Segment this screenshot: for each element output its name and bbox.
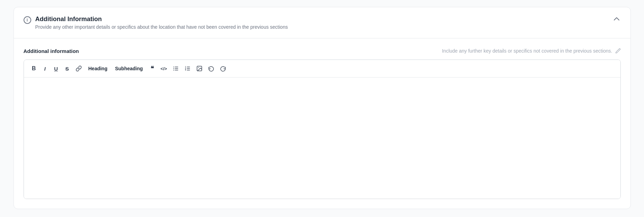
code-icon: </>: [161, 66, 167, 71]
section-subtitle: Provide any other important details or s…: [35, 24, 288, 30]
edit-hint-button[interactable]: [615, 48, 621, 54]
field-row: Additional information Include any furth…: [24, 48, 621, 54]
svg-point-5: [173, 70, 174, 70]
ordered-list-button[interactable]: 1 2 3: [182, 63, 193, 74]
section-header-left: i Additional Information Provide any oth…: [24, 16, 288, 30]
additional-information-card: i Additional Information Provide any oth…: [14, 7, 631, 209]
chevron-up-icon: [614, 17, 619, 20]
editor-body[interactable]: [24, 78, 620, 199]
field-label: Additional information: [24, 48, 79, 54]
section-title-block: Additional Information Provide any other…: [35, 16, 288, 30]
section-header: i Additional Information Provide any oth…: [14, 7, 630, 38]
strikethrough-button[interactable]: S: [62, 63, 72, 74]
svg-point-13: [198, 67, 199, 68]
undo-button[interactable]: [206, 63, 217, 74]
edit-icon: [615, 48, 621, 54]
quote-icon: ❝: [151, 65, 154, 72]
link-button[interactable]: [73, 63, 84, 74]
link-icon: [76, 65, 82, 72]
editor-toolbar: B I U S Heading Subheading ❝: [24, 60, 620, 78]
code-button[interactable]: </>: [158, 63, 170, 74]
svg-point-4: [173, 68, 174, 69]
ordered-list-icon: 1 2 3: [184, 65, 191, 72]
section-title: Additional Information: [35, 16, 288, 23]
redo-button[interactable]: [217, 63, 229, 74]
field-hint: Include any further key details or speci…: [442, 48, 620, 54]
svg-text:3: 3: [185, 69, 186, 71]
rich-text-editor: B I U S Heading Subheading ❝: [24, 60, 621, 199]
collapse-button[interactable]: [612, 16, 621, 22]
image-icon: [196, 65, 203, 72]
bullet-list-button[interactable]: [170, 63, 181, 74]
field-hint-text: Include any further key details or speci…: [442, 48, 612, 54]
redo-icon: [220, 65, 226, 72]
undo-icon: [208, 65, 214, 72]
heading-button[interactable]: Heading: [85, 63, 111, 74]
bold-button[interactable]: B: [29, 63, 39, 74]
svg-point-3: [173, 66, 174, 67]
italic-button[interactable]: I: [40, 63, 50, 74]
subheading-button[interactable]: Subheading: [112, 63, 146, 74]
info-icon: i: [24, 16, 31, 24]
underline-button[interactable]: U: [51, 63, 61, 74]
inner-content: Additional information Include any furth…: [14, 38, 630, 209]
image-button[interactable]: [194, 63, 205, 74]
quote-button[interactable]: ❝: [147, 63, 157, 74]
bullet-list-icon: [173, 65, 179, 72]
